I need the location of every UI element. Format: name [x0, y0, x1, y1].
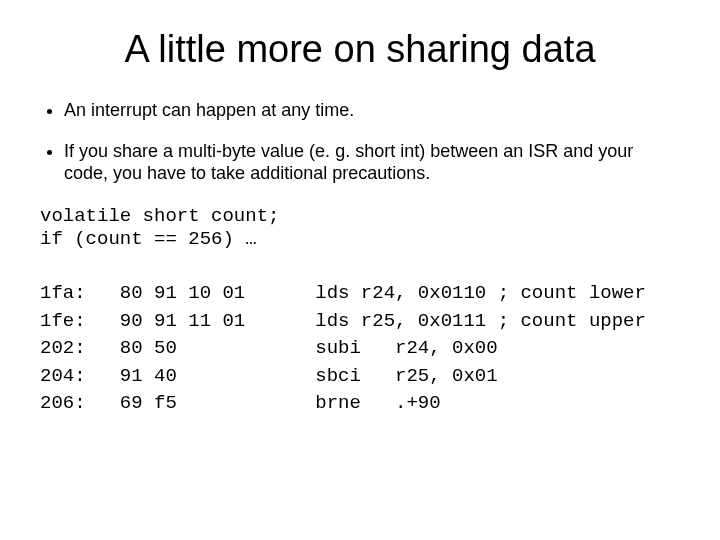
asm-hex-column: 1fa: 80 91 10 01 1fe: 90 91 11 01 202: 8… — [40, 280, 245, 418]
code-block: volatile short count; if (count == 256) … — [40, 205, 680, 253]
bullet-item: An interrupt can happen at any time. — [64, 99, 680, 122]
slide-title: A little more on sharing data — [40, 28, 680, 71]
slide: A little more on sharing data An interru… — [0, 0, 720, 540]
code-line: if (count == 256) … — [40, 228, 257, 250]
code-line: volatile short count; — [40, 205, 279, 227]
bullet-item: If you share a multi-byte value (e. g. s… — [64, 140, 680, 185]
asm-block: 1fa: 80 91 10 01 1fe: 90 91 11 01 202: 8… — [40, 280, 680, 418]
bullet-list: An interrupt can happen at any time. If … — [40, 99, 680, 185]
asm-mnemonic-column: lds r24, 0x0110 ; count lower lds r25, 0… — [315, 280, 646, 418]
